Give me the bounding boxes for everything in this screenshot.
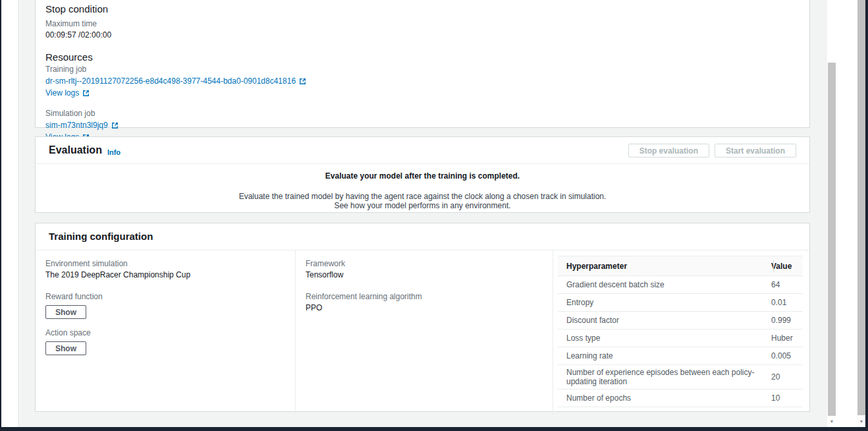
hyperparameter-name: Entropy (558, 298, 771, 307)
scrollbar-gutter (836, 0, 857, 427)
collapsed-side-panel (1, 0, 19, 427)
main-content: Stop condition Maximum time 00:09:57 /02… (20, 0, 827, 427)
inner-scrollbar-down-arrow[interactable]: ▼ (827, 417, 836, 426)
training-details-card: Stop condition Maximum time 00:09:57 /02… (35, 0, 810, 128)
evaluation-headline: Evaluate your model after the training i… (36, 171, 809, 181)
training-config-column-2: Framework Tensorflow Reinforcement learn… (295, 250, 553, 415)
table-row: Number of epochs10 (558, 389, 803, 407)
evaluation-description-line2: See how your model performs in any envir… (36, 201, 809, 210)
training-configuration-header: Training configuration (36, 223, 809, 250)
external-link-icon (111, 122, 119, 129)
hyperparameter-name: Gradient descent batch size (558, 280, 771, 289)
evaluation-body: Evaluate your model after the training i… (36, 164, 809, 210)
table-row: Gradient descent batch size64 (558, 276, 803, 294)
hyperparameter-value: 0.999 (771, 316, 803, 325)
training-config-column-3: Hyperparameter Value Gradient descent ba… (553, 250, 809, 415)
framework-label: Framework (306, 259, 543, 269)
training-config-column-1: Environment simulation The 2019 DeepRace… (36, 250, 295, 415)
reward-function-show-button[interactable]: Show (45, 305, 86, 319)
table-row: Discount factor0.999 (558, 312, 803, 330)
hyperparameter-table-header: Hyperparameter Value (558, 256, 803, 276)
table-row: Entropy0.01 (558, 294, 803, 312)
action-space-label: Action space (45, 328, 286, 338)
window-scrollbar[interactable]: ▼ (857, 0, 865, 427)
stop-condition-title: Stop condition (45, 3, 800, 15)
rl-algorithm-value: PPO (306, 303, 543, 313)
hyperparameter-value: 20 (771, 372, 803, 382)
hyperparameter-value: 10 (771, 393, 803, 403)
table-row: Loss typeHuber (558, 330, 803, 347)
environment-simulation-value: The 2019 DeepRacer Championship Cup (45, 270, 286, 280)
value-column-header: Value (771, 262, 803, 271)
hyperparameter-name: Discount factor (558, 316, 771, 325)
simulation-job-label: Simulation job (45, 109, 800, 119)
environment-simulation-label: Environment simulation (45, 259, 286, 269)
hyperparameter-value: 64 (771, 280, 803, 289)
maximum-time-value: 00:09:57 /02:00:00 (45, 30, 800, 40)
stop-evaluation-button[interactable]: Stop evaluation (628, 144, 709, 158)
external-link-icon (299, 78, 306, 85)
action-space-show-button[interactable]: Show (45, 341, 86, 355)
framework-value: Tensorflow (306, 270, 543, 280)
evaluation-info-link[interactable]: Info (107, 148, 121, 156)
inner-scrollbar-thumb[interactable] (828, 63, 836, 416)
evaluation-description-line1: Evaluate the trained model by having the… (36, 192, 809, 201)
training-view-logs-link[interactable]: View logs (45, 88, 79, 98)
hyperparameter-name: Number of experience episodes between ea… (558, 368, 771, 386)
resources-title: Resources (45, 51, 800, 63)
training-configuration-body: Environment simulation The 2019 DeepRace… (36, 250, 809, 415)
training-job-label: Training job (45, 65, 800, 74)
hyperparameter-value: 0.01 (771, 298, 803, 307)
hyperparameter-name: Learning rate (558, 351, 771, 360)
hyperparameter-value: Huber (771, 333, 803, 343)
external-link-icon (82, 90, 90, 97)
reward-function-label: Reward function (45, 292, 286, 302)
evaluation-header: Evaluation Info Stop evaluation Start ev… (36, 137, 809, 164)
hyperparameter-table: Hyperparameter Value Gradient descent ba… (558, 256, 803, 407)
hyperparameter-value: 0.005 (771, 351, 803, 360)
training-job-link[interactable]: dr-sm-rltj--20191127072256-e8d4c498-3977… (45, 76, 296, 86)
simulation-job-link[interactable]: sim-m73ntn3l9jq9 (45, 121, 108, 130)
window-edge-right (865, 0, 868, 431)
inner-scrollbar[interactable]: ▼ (827, 0, 836, 427)
training-configuration-title: Training configuration (49, 229, 153, 244)
table-row: Number of experience episodes between ea… (558, 365, 803, 389)
evaluation-title: Evaluation (49, 143, 102, 158)
evaluation-card: Evaluation Info Stop evaluation Start ev… (35, 136, 810, 213)
hyperparameter-name: Loss type (558, 333, 771, 343)
rl-algorithm-label: Reinforcement learning algorithm (306, 292, 543, 302)
maximum-time-label: Maximum time (45, 19, 800, 29)
hyperparameter-column-header: Hyperparameter (558, 262, 771, 271)
column-divider (773, 260, 774, 272)
start-evaluation-button[interactable]: Start evaluation (715, 144, 796, 158)
window-edge-bottom (0, 427, 868, 431)
window-scrollbar-down-arrow[interactable]: ▼ (857, 417, 865, 426)
training-configuration-card: Training configuration Environment simul… (35, 223, 810, 412)
hyperparameter-name: Number of epochs (558, 393, 771, 403)
table-row: Learning rate0.005 (558, 347, 803, 365)
hyperparameter-table-body: Gradient descent batch size64Entropy0.01… (558, 276, 803, 407)
window-scrollbar-thumb[interactable] (857, 0, 865, 415)
